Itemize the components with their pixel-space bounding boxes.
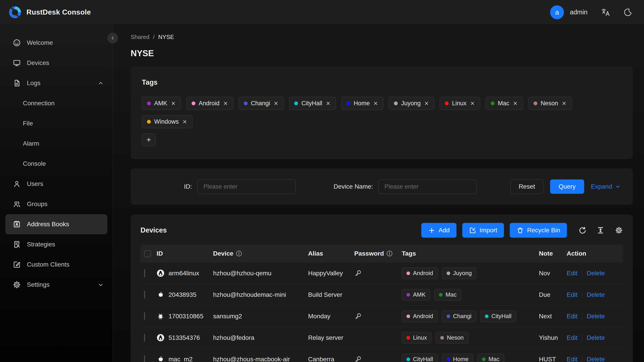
delete-link[interactable]: Delete (587, 270, 605, 277)
row-checkbox[interactable] (144, 355, 145, 362)
sidebar-item-welcome[interactable]: Welcome (6, 33, 107, 53)
sidebar-item-logs-alarm[interactable]: Alarm (6, 134, 107, 154)
tag-label: CityHall (302, 100, 322, 107)
add-device-button[interactable]: Add (421, 223, 456, 238)
user-menu[interactable]: a admin (550, 6, 588, 19)
edit-square-icon (12, 260, 21, 269)
edit-link[interactable]: Edit (567, 356, 578, 362)
column-header-alias[interactable]: Alias (308, 244, 354, 262)
row-checkbox[interactable] (144, 312, 145, 320)
id-filter-input[interactable] (198, 180, 296, 194)
device-name-cell: hzhou@hzhoudemac-mini (213, 291, 308, 298)
remove-tag-icon[interactable] (470, 101, 475, 106)
tag-chip[interactable]: Juyong (389, 97, 434, 110)
remove-tag-icon[interactable] (326, 101, 331, 106)
device-name-filter-input[interactable] (378, 180, 476, 194)
remove-tag-icon[interactable] (513, 101, 518, 106)
tag-chip[interactable]: Neson (528, 97, 572, 110)
add-tag-button[interactable] (142, 134, 156, 146)
remove-tag-icon[interactable] (171, 101, 176, 106)
expand-link[interactable]: Expand (591, 183, 621, 190)
password-key-icon[interactable] (354, 356, 402, 362)
device-id: 1700310865 (168, 313, 204, 320)
tag-chip[interactable]: Linux (440, 97, 480, 110)
password-key-icon[interactable] (354, 270, 402, 277)
sidebar-collapse-button[interactable] (107, 33, 118, 44)
remove-tag-icon[interactable] (424, 101, 429, 106)
topbar: RustDesk Console a admin (0, 0, 644, 25)
breadcrumb: Shared / NYSE (131, 34, 633, 40)
dark-mode-moon-icon[interactable] (624, 8, 632, 17)
breadcrumb-separator: / (153, 34, 154, 40)
delete-link[interactable]: Delete (587, 356, 605, 362)
edit-link[interactable]: Edit (567, 334, 578, 342)
query-button[interactable]: Query (550, 180, 584, 194)
remove-tag-icon[interactable] (182, 119, 187, 124)
tag-chip[interactable]: Windows (142, 115, 192, 128)
remove-tag-icon[interactable] (274, 101, 278, 106)
devices-card: Devices Add Import (131, 214, 633, 362)
row-tags-cell: AMKMac (402, 289, 539, 300)
delete-link[interactable]: Delete (587, 313, 605, 320)
import-button[interactable]: Import (462, 223, 504, 238)
column-header-note[interactable]: Note (539, 244, 567, 262)
delete-link[interactable]: Delete (587, 334, 605, 342)
row-checkbox[interactable] (144, 269, 145, 277)
sidebar-item-users[interactable]: Users (6, 174, 107, 194)
row-select-cell (140, 356, 157, 362)
column-header-tags[interactable]: Tags (402, 244, 539, 262)
tag-color-dot (439, 293, 442, 296)
action-cell: EditDelete (567, 356, 623, 362)
sidebar-item-custom-clients[interactable]: Custom Clients (6, 254, 107, 275)
edit-link[interactable]: Edit (567, 291, 578, 298)
tag-label: Changi (453, 313, 472, 320)
column-header-id[interactable]: ID (157, 244, 213, 262)
column-height-icon[interactable] (596, 226, 604, 234)
edit-link[interactable]: Edit (567, 313, 578, 320)
device-table-row: 20438935hzhou@hzhoudemac-miniBuild Serve… (140, 284, 623, 306)
chevron-down-icon (615, 184, 621, 190)
delete-link[interactable]: Delete (587, 291, 605, 298)
apple-os-icon (157, 291, 164, 298)
sidebar-item-logs-console[interactable]: Console (6, 154, 107, 174)
strategy-icon (12, 240, 21, 249)
id-filter-group: ID: (184, 180, 296, 194)
column-header-device[interactable]: Deviceⓘ (213, 244, 308, 262)
tag-chip[interactable]: Home (341, 97, 384, 110)
remove-tag-icon[interactable] (373, 101, 378, 106)
tag-chip[interactable]: Android (186, 97, 233, 110)
sidebar-item-strategies[interactable]: Strategies (6, 234, 107, 254)
tag-label: Mac (488, 356, 500, 362)
tag-chip[interactable]: Changi (239, 97, 284, 110)
sidebar-item-groups[interactable]: Groups (6, 194, 107, 214)
sidebar-item-logs[interactable]: Logs (6, 73, 107, 93)
tags-card: Tags AMK Android Changi CityHall Home Ju… (131, 67, 633, 159)
avatar[interactable]: a (550, 6, 564, 19)
row-checkbox[interactable] (144, 291, 145, 298)
sidebar-item-logs-connection[interactable]: Connection (6, 93, 107, 113)
remove-tag-icon[interactable] (562, 101, 567, 106)
row-checkbox[interactable] (144, 334, 145, 342)
breadcrumb-shared[interactable]: Shared (131, 34, 150, 40)
sidebar-item-address-books[interactable]: Address Books (6, 214, 107, 234)
tag-chip[interactable]: Mac (486, 97, 523, 110)
plus-icon (146, 137, 152, 143)
recycle-bin-button[interactable]: Recycle Bin (510, 223, 567, 238)
password-cell (354, 356, 402, 362)
reset-button[interactable]: Reset (510, 180, 544, 194)
column-header-password[interactable]: Passwordⓘ (354, 244, 402, 262)
language-icon[interactable] (601, 8, 610, 17)
edit-link[interactable]: Edit (567, 270, 578, 277)
table-settings-gear-icon[interactable] (615, 226, 623, 234)
tag-chip[interactable]: AMK (142, 97, 181, 110)
refresh-icon[interactable] (578, 226, 586, 234)
tag-chip[interactable]: CityHall (289, 97, 336, 110)
address-book-icon (12, 220, 21, 228)
sidebar-item-devices[interactable]: Devices (6, 53, 107, 73)
sidebar-item-settings[interactable]: Settings (6, 275, 107, 295)
select-all-checkbox[interactable] (144, 250, 151, 257)
password-key-icon[interactable] (354, 312, 402, 320)
sidebar-item-logs-file[interactable]: File (6, 113, 107, 134)
remove-tag-icon[interactable] (223, 101, 228, 106)
tag-color-dot (406, 293, 410, 296)
